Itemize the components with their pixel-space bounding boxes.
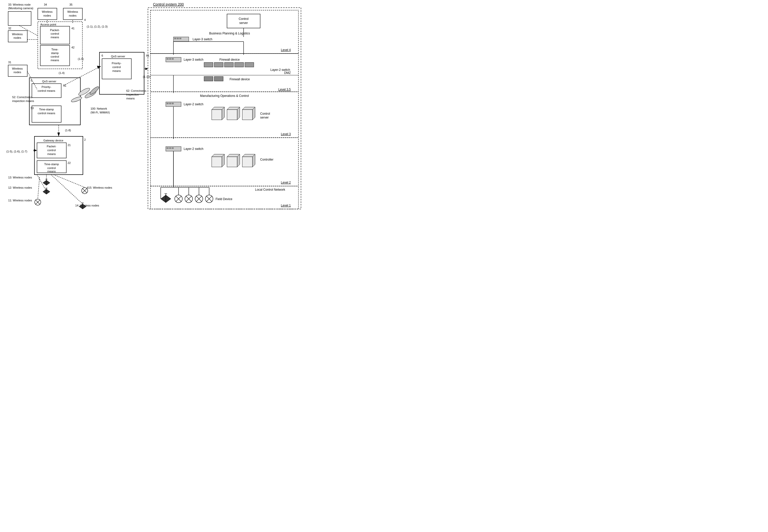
control-server-label2: server xyxy=(239,21,248,25)
pcm-gw-label: Packet- xyxy=(47,145,56,148)
node33-label: 33: Wireless node xyxy=(8,3,31,6)
ci6-label: 62: Correctness- xyxy=(126,89,147,92)
wn15-label: 415: Wireless nodes xyxy=(87,186,112,189)
layer2-switch-l3: Layer-2 switch xyxy=(184,102,203,106)
firewall-l35-2: Firewall device xyxy=(229,77,250,81)
control-server-label: Control xyxy=(239,17,249,21)
ts-ap-label: Time- xyxy=(51,48,58,51)
pcm6-label: Priority- xyxy=(112,62,121,65)
wn14-label: 14: Wireless nodes xyxy=(75,204,99,207)
pcm6-label2: control xyxy=(112,66,121,69)
svg-rect-23 xyxy=(166,103,169,104)
ann18-label: (1-8) xyxy=(65,129,71,132)
pcm-ap-label2: control xyxy=(50,32,59,35)
wn34-label: Wireless xyxy=(42,10,53,13)
svg-rect-37 xyxy=(166,147,169,149)
svg-marker-99 xyxy=(46,189,50,194)
wn31-label2: nodes xyxy=(14,71,21,74)
svg-rect-11 xyxy=(169,58,171,60)
network-label: 100: Network xyxy=(91,107,107,110)
level35-label: Level 3.5 xyxy=(278,88,291,91)
svg-rect-33 xyxy=(242,110,252,120)
ts-gw-label2: control xyxy=(47,166,56,170)
level2-label: Level 2 xyxy=(281,181,291,184)
qos6-label: QoS server xyxy=(111,55,125,58)
ts-gw-label: Time-stamp xyxy=(44,163,59,166)
ts-gw-label3: means xyxy=(47,170,56,173)
node35-label: 35 xyxy=(69,3,72,6)
wn32-label2: nodes xyxy=(14,36,21,39)
pcm-ap-label: Packet- xyxy=(50,29,60,32)
pcm-gw-label2: control xyxy=(47,149,56,152)
svg-rect-6 xyxy=(179,38,181,39)
svg-rect-15 xyxy=(224,62,233,67)
ci6-label2: inspection xyxy=(126,93,139,96)
level3-label: Level 3 xyxy=(281,132,291,136)
svg-rect-17 xyxy=(245,62,254,67)
svg-point-132 xyxy=(71,96,82,103)
ref6-label: 6 xyxy=(101,54,103,57)
ann19-label: (1-9) xyxy=(78,57,84,60)
svg-rect-25 xyxy=(172,103,174,104)
svg-rect-16 xyxy=(235,62,243,67)
svg-line-126 xyxy=(51,175,83,204)
wn11-label: 11: Wireless nodes xyxy=(8,199,32,202)
control-server-l3b: server xyxy=(260,116,268,119)
level4-label: Level 4 xyxy=(281,48,291,52)
ts5-label: Time-stamp xyxy=(39,108,54,111)
pcm-gw-label3: means xyxy=(47,152,56,155)
lcn-label: Local Control Network xyxy=(255,188,285,191)
svg-rect-78 xyxy=(8,11,31,25)
ref21-label: 21 xyxy=(68,144,71,147)
svg-rect-12 xyxy=(172,58,174,60)
wn34-label2: nodes xyxy=(43,14,51,17)
wn35-label: Wireless xyxy=(67,10,78,13)
ts-ap-label4: means xyxy=(50,59,59,62)
control-system-title: Control system 200 xyxy=(153,2,184,6)
pcm-ap-label3: means xyxy=(50,36,59,39)
node34-label: 34 xyxy=(44,3,47,6)
control-server-l3: Control xyxy=(260,112,270,115)
svg-rect-30 xyxy=(227,110,237,120)
ci5-label2: inspection means xyxy=(12,99,34,102)
node32-label: 32 xyxy=(8,27,11,30)
svg-marker-122 xyxy=(57,133,60,136)
ref42-label: 42 xyxy=(71,46,74,49)
controller-label: Controller xyxy=(260,158,273,161)
svg-marker-120 xyxy=(145,68,148,70)
layer3-switch-l4: Layer-3 switch xyxy=(192,37,212,41)
ci5-label: 52: Correctness- xyxy=(12,96,33,99)
ref41-label: 41 xyxy=(71,27,74,30)
pcm5-label2: control means xyxy=(37,89,55,92)
gw-label: Gateway device xyxy=(43,139,63,142)
pcm6-label3: means xyxy=(112,69,121,72)
svg-rect-14 xyxy=(214,62,223,67)
svg-rect-41 xyxy=(212,157,222,167)
svg-rect-24 xyxy=(169,103,171,104)
ann123-label: (1-1), (1-2), (1-3) xyxy=(87,25,108,28)
ann567-label: (1-5), (1-6), (1-7) xyxy=(6,150,27,153)
biz-planning-label: Business Planning & Logistics xyxy=(209,32,250,35)
node31-label: 31 xyxy=(8,61,11,64)
network-label2: (Wi-Fi, WiMAX) xyxy=(91,111,110,114)
ann110-label: (1-10) xyxy=(143,75,150,78)
ref61-label: 61 xyxy=(146,54,149,57)
mfg-label: Manufacturing Operations & Control xyxy=(200,94,249,98)
svg-marker-95 xyxy=(46,180,50,185)
wn13-label: 13: Wireless nodes xyxy=(8,176,32,179)
diagram-svg: Control system 200 Control server Busine… xyxy=(0,0,306,213)
svg-rect-44 xyxy=(227,157,237,167)
wn32-label: Wireless xyxy=(12,33,23,36)
svg-line-125 xyxy=(38,177,40,199)
firewall-l35-1: Firewall device xyxy=(219,58,240,61)
svg-marker-98 xyxy=(43,189,46,194)
svg-marker-118 xyxy=(97,66,101,69)
svg-rect-10 xyxy=(166,58,169,60)
ts-ap-label2: stamp xyxy=(51,51,59,55)
ann14-label: (1-4) xyxy=(59,71,65,74)
svg-marker-50 xyxy=(161,195,166,203)
svg-rect-5 xyxy=(177,38,179,39)
field-device-label: Field Device xyxy=(215,197,232,201)
ts5-label2: control means xyxy=(37,112,55,115)
svg-rect-38 xyxy=(169,147,171,149)
